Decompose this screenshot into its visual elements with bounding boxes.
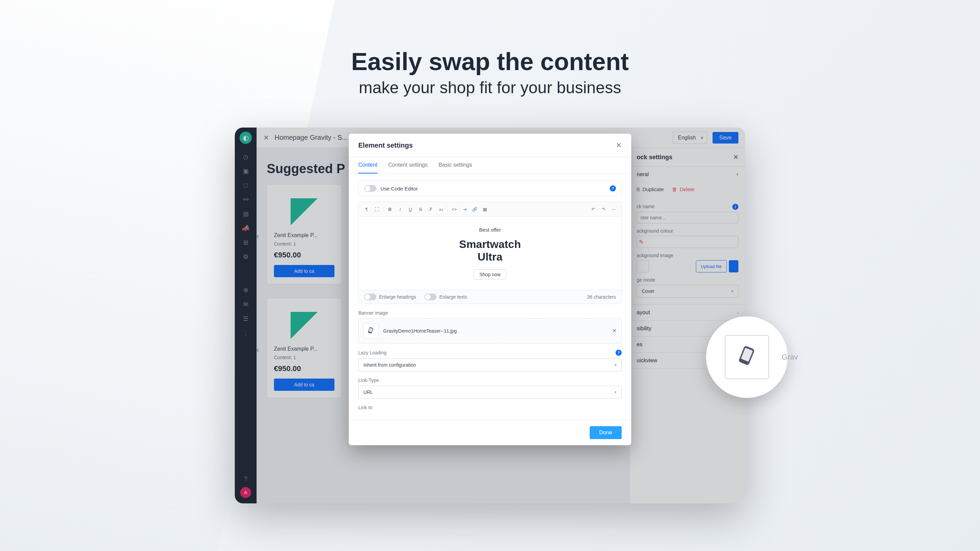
toggle-label: Use Code Editor [380, 186, 606, 192]
banner-image-upload[interactable]: GravityDemo1HomeTeaser--11.jpg ✕ [358, 318, 622, 343]
label: Lazy Loading [358, 350, 387, 356]
label: ackground colour [637, 228, 673, 233]
tab-content-settings[interactable]: Content settings [388, 157, 428, 173]
product-card[interactable]: Zenit Example P... Content: 1 €950.00 Ad… [267, 298, 342, 398]
indent-icon[interactable]: ⇥ [460, 205, 469, 214]
enlarge-texts-toggle[interactable] [424, 294, 437, 300]
chevron-down-icon: ▾ [614, 362, 617, 367]
color-picker[interactable]: ✎ [637, 236, 738, 248]
editor-cta: Shop now [474, 269, 506, 279]
link-type-select[interactable]: URL▾ [358, 386, 622, 399]
info-icon[interactable]: ? [616, 349, 622, 356]
callout-magnifier: Grav [706, 316, 788, 398]
more-icon[interactable]: ⋮ [240, 327, 252, 339]
brand-logo[interactable]: ◐ [240, 132, 252, 144]
product-card[interactable]: Zenit Example P... Content: 1 €950.00 Ad… [267, 184, 342, 284]
upload-more-button[interactable] [729, 260, 738, 272]
image-filename: GravityDemo1HomeTeaser--11.jpg [383, 328, 608, 333]
undo-icon[interactable]: ↶ [589, 205, 598, 214]
tab-content[interactable]: Content [358, 157, 377, 173]
paragraph-icon[interactable]: ¶ [362, 205, 371, 214]
remove-icon[interactable]: ✕ [612, 327, 617, 334]
clear-icon[interactable]: T̸ [426, 205, 435, 214]
redo-icon[interactable]: ↷ [599, 205, 608, 214]
orders-icon[interactable]: □ [240, 179, 252, 192]
chevron-down-icon: ▾ [614, 390, 617, 395]
content-icon[interactable]: ▤ [240, 208, 252, 220]
section-layout[interactable]: ayout› [630, 305, 745, 321]
subscript-icon[interactable]: x₂ [437, 205, 445, 214]
code-editor-toggle[interactable] [364, 185, 376, 192]
tab-basic-settings[interactable]: Basic settings [439, 157, 472, 173]
plus-icon[interactable]: ⊕ [240, 284, 252, 296]
marketing-subhead: make your shop fit for your business [359, 78, 621, 97]
more-icon[interactable]: ⋯ [609, 205, 618, 214]
callout-thumb [725, 335, 769, 379]
extensions-icon[interactable]: ⊞ [240, 237, 252, 249]
copy-icon: ⎘ [637, 186, 640, 192]
save-button[interactable]: Save [713, 132, 738, 143]
code-editor-toggle-row: Use Code Editor ? [358, 181, 622, 196]
customers-icon[interactable]: ⚯ [240, 194, 252, 206]
lazy-loading-select[interactable]: Inherit from configuration▾ [358, 359, 622, 372]
image-thumb [637, 260, 649, 272]
italic-icon[interactable]: I [396, 205, 404, 214]
add-to-cart-button[interactable]: Add to ca [274, 379, 334, 391]
info-icon[interactable]: i [732, 204, 738, 210]
info-icon[interactable]: ? [610, 185, 616, 192]
product-meta: Content: 1 [274, 355, 334, 360]
dashboard-icon[interactable]: ◷ [240, 151, 252, 163]
carousel-prev-icon[interactable]: ‹ [256, 232, 266, 241]
mail-icon[interactable]: ✉ [240, 298, 252, 311]
block-name-input[interactable] [637, 212, 738, 224]
expand-icon[interactable]: ⛶ [372, 205, 381, 214]
char-count: 36 characters [587, 294, 616, 300]
upload-button[interactable]: Upload file [696, 260, 727, 272]
callout-label: Grav [782, 353, 798, 362]
language-value: English [678, 135, 695, 140]
product-meta: Content: 1 [274, 241, 334, 246]
chevron-right-icon: › [737, 310, 738, 315]
element-settings-modal: Element settings ✕ Content Content setti… [349, 134, 631, 445]
product-name: Zenit Example P... [274, 346, 334, 352]
editor-eyebrow: Best offer [369, 227, 611, 233]
label: Banner image [358, 310, 388, 316]
editor-content[interactable]: Best offer SmartwatchUltra Shop now [359, 217, 621, 290]
page-title: Homepage Gravity - S... [275, 134, 348, 141]
duplicate-button[interactable]: ⎘ Duplicate [637, 186, 664, 192]
help-icon[interactable]: ? [240, 473, 252, 485]
marketing-icon[interactable]: 📣 [240, 222, 252, 234]
trash-icon: 🗑 [672, 186, 677, 192]
language-select[interactable]: English ▾ [673, 132, 707, 144]
toggle-label: Enlarge headings [379, 294, 416, 300]
app-frame: ◐ ◷ ▣ □ ⚯ ▤ 📣 ⊞ ⚙ ⊕ ✉ ☰ ⋮ ? A [235, 127, 745, 503]
underline-icon[interactable]: U [406, 205, 415, 214]
enlarge-headings-toggle[interactable] [364, 294, 376, 300]
strike-icon[interactable]: S [416, 205, 425, 214]
catalog-icon[interactable]: ▣ [240, 165, 252, 177]
block-settings-title: ock settings [637, 154, 672, 161]
link-icon[interactable]: 🔗 [470, 205, 479, 214]
image-mode-select[interactable]: Cover▾ [637, 285, 738, 298]
close-icon[interactable]: ✕ [733, 153, 738, 161]
close-icon[interactable]: ✕ [616, 141, 622, 149]
modal-title: Element settings [358, 141, 413, 149]
table-icon[interactable]: ▦ [480, 205, 489, 214]
carousel-prev-icon[interactable]: ‹ [256, 346, 266, 355]
product-name: Zenit Example P... [274, 232, 334, 238]
code-icon[interactable]: <> [450, 205, 459, 214]
product-image [291, 198, 318, 225]
label: Link to [358, 405, 372, 410]
label: ge mode [637, 277, 655, 283]
add-to-cart-button[interactable]: Add to ca [274, 265, 334, 277]
product-image [291, 312, 318, 339]
marketing-headline: Easily swap the content [351, 48, 629, 76]
settings-icon[interactable]: ⚙ [240, 251, 252, 263]
close-icon[interactable]: ✕ [263, 134, 269, 142]
bold-icon[interactable]: B [385, 205, 395, 214]
delete-button[interactable]: 🗑 Delete [672, 186, 695, 192]
list-icon[interactable]: ☰ [240, 313, 252, 325]
avatar[interactable]: A [240, 487, 251, 498]
section-general[interactable]: neral ▾ [630, 167, 745, 182]
done-button[interactable]: Done [590, 426, 622, 439]
